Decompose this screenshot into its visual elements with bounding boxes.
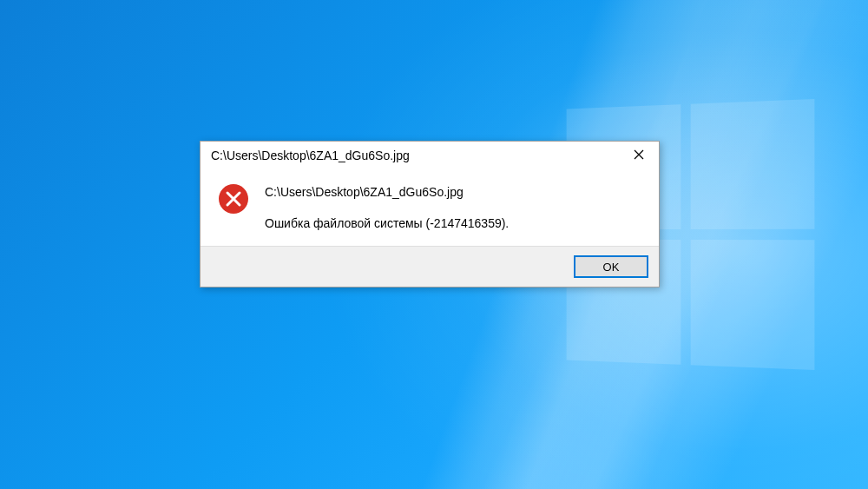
close-icon [634, 149, 644, 162]
dialog-titlebar: C:\Users\Desktop\6ZA1_dGu6So.jpg [201, 142, 659, 169]
dialog-message-path: C:\Users\Desktop\6ZA1_dGu6So.jpg [265, 185, 648, 199]
error-icon [218, 183, 249, 215]
dialog-title: C:\Users\Desktop\6ZA1_dGu6So.jpg [211, 149, 410, 162]
dialog-footer: OK [201, 246, 659, 287]
error-dialog: C:\Users\Desktop\6ZA1_dGu6So.jpg C:\User… [200, 141, 660, 287]
dialog-message-error: Ошибка файловой системы (-2147416359). [265, 216, 648, 230]
close-button[interactable] [619, 142, 659, 169]
dialog-body: C:\Users\Desktop\6ZA1_dGu6So.jpg Ошибка … [201, 169, 659, 246]
ok-button[interactable]: OK [574, 255, 648, 278]
dialog-message: C:\Users\Desktop\6ZA1_dGu6So.jpg Ошибка … [265, 182, 648, 230]
